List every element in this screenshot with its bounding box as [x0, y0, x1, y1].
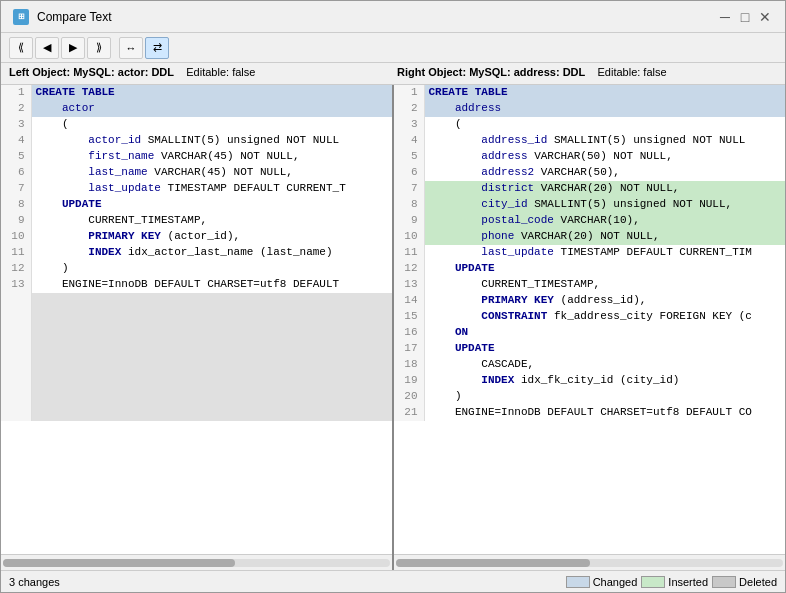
info-bar: Left Object: MySQL: actor: DDL Editable:… — [1, 63, 785, 85]
line-number: 9 — [394, 213, 424, 229]
line-content: address_id SMALLINT(5) unsigned NOT NULL — [424, 133, 785, 149]
line-number: 3 — [394, 117, 424, 133]
line-number: 12 — [394, 261, 424, 277]
table-row — [1, 405, 392, 421]
line-content: ENGINE=InnoDB DEFAULT CHARSET=utf8 DEFAU… — [424, 405, 785, 421]
left-code-table: 1 CREATE TABLE 2 actor 3 ( 4 actor — [1, 85, 392, 421]
toolbar: ⟪ ◀ ▶ ⟫ ↔ ⇄ — [1, 33, 785, 63]
table-row: 9 CURRENT_TIMESTAMP, — [1, 213, 392, 229]
line-number: 10 — [1, 229, 31, 245]
next-button[interactable]: ▶ — [61, 37, 85, 59]
sync-button[interactable]: ⇄ — [145, 37, 169, 59]
table-row: 8 city_id SMALLINT(5) unsigned NOT NULL, — [394, 197, 785, 213]
line-number: 20 — [394, 389, 424, 405]
left-scrollbar-track[interactable] — [3, 559, 390, 567]
line-content: ) — [31, 261, 392, 277]
table-row: 4 actor_id SMALLINT(5) unsigned NOT NULL — [1, 133, 392, 149]
first-button[interactable]: ⟪ — [9, 37, 33, 59]
legend-inserted-label: Inserted — [668, 576, 708, 588]
line-number: 11 — [1, 245, 31, 261]
line-number: 8 — [1, 197, 31, 213]
changes-count: 3 changes — [9, 576, 60, 588]
legend-deleted-label: Deleted — [739, 576, 777, 588]
table-row: 7 last_update TIMESTAMP DEFAULT CURRENT_… — [1, 181, 392, 197]
line-number: 14 — [394, 293, 424, 309]
table-row: 6 last_name VARCHAR(45) NOT NULL, — [1, 165, 392, 181]
line-content: CURRENT_TIMESTAMP, — [31, 213, 392, 229]
right-object-name: MySQL: address: DDL — [469, 66, 585, 78]
table-row: 9 postal_code VARCHAR(10), — [394, 213, 785, 229]
legend-changed-label: Changed — [593, 576, 638, 588]
line-content: INDEX idx_fk_city_id (city_id) — [424, 373, 785, 389]
line-number: 7 — [1, 181, 31, 197]
legend: Changed Inserted Deleted — [566, 576, 777, 588]
table-row: 3 ( — [394, 117, 785, 133]
table-row: 1 CREATE TABLE — [1, 85, 392, 101]
table-row: 14 PRIMARY KEY (address_id), — [394, 293, 785, 309]
maximize-button[interactable]: □ — [737, 9, 753, 25]
line-content: actor — [31, 101, 392, 117]
legend-deleted-item: Deleted — [712, 576, 777, 588]
line-number: 10 — [394, 229, 424, 245]
main-window: ⊞ Compare Text ─ □ ✕ ⟪ ◀ ▶ ⟫ ↔ ⇄ Left Ob… — [0, 0, 786, 593]
legend-inserted-box — [641, 576, 665, 588]
table-row: 21 ENGINE=InnoDB DEFAULT CHARSET=utf8 DE… — [394, 405, 785, 421]
left-code-area[interactable]: 1 CREATE TABLE 2 actor 3 ( 4 actor — [1, 85, 392, 554]
line-number: 9 — [1, 213, 31, 229]
table-row: 13 CURRENT_TIMESTAMP, — [394, 277, 785, 293]
line-number: 6 — [394, 165, 424, 181]
table-row: 20 ) — [394, 389, 785, 405]
line-content: PRIMARY KEY (actor_id), — [31, 229, 392, 245]
line-number: 2 — [394, 101, 424, 117]
table-row: 2 address — [394, 101, 785, 117]
line-content: ) — [424, 389, 785, 405]
table-row: 12 UPDATE — [394, 261, 785, 277]
line-content: first_name VARCHAR(45) NOT NULL, — [31, 149, 392, 165]
line-number: 19 — [394, 373, 424, 389]
right-scrollbar-track[interactable] — [396, 559, 783, 567]
line-number: 18 — [394, 357, 424, 373]
legend-changed-item: Changed — [566, 576, 638, 588]
line-content: last_update TIMESTAMP DEFAULT CURRENT_TI… — [424, 245, 785, 261]
table-row: 2 actor — [1, 101, 392, 117]
line-content: district VARCHAR(20) NOT NULL, — [424, 181, 785, 197]
line-content: address2 VARCHAR(50), — [424, 165, 785, 181]
table-row: 6 address2 VARCHAR(50), — [394, 165, 785, 181]
table-row: 5 address VARCHAR(50) NOT NULL, — [394, 149, 785, 165]
line-number: 1 — [394, 85, 424, 101]
left-object-info: Left Object: MySQL: actor: DDL Editable:… — [9, 66, 389, 81]
swap-button[interactable]: ↔ — [119, 37, 143, 59]
line-content: INDEX idx_actor_last_name (last_name) — [31, 245, 392, 261]
left-scrollbar-thumb[interactable] — [3, 559, 235, 567]
table-row: 5 first_name VARCHAR(45) NOT NULL, — [1, 149, 392, 165]
line-content: UPDATE — [31, 197, 392, 213]
table-row: 3 ( — [1, 117, 392, 133]
table-row: 13 ENGINE=InnoDB DEFAULT CHARSET=utf8 DE… — [1, 277, 392, 293]
table-row: 11 INDEX idx_actor_last_name (last_name) — [1, 245, 392, 261]
prev-button[interactable]: ◀ — [35, 37, 59, 59]
line-number: 16 — [394, 325, 424, 341]
close-button[interactable]: ✕ — [757, 9, 773, 25]
legend-deleted-box — [712, 576, 736, 588]
line-content: ON — [424, 325, 785, 341]
line-content: city_id SMALLINT(5) unsigned NOT NULL, — [424, 197, 785, 213]
last-button[interactable]: ⟫ — [87, 37, 111, 59]
minimize-button[interactable]: ─ — [717, 9, 733, 25]
line-content: actor_id SMALLINT(5) unsigned NOT NULL — [31, 133, 392, 149]
line-content: CREATE TABLE — [424, 85, 785, 101]
left-scrollbar[interactable] — [1, 554, 392, 570]
table-row — [1, 341, 392, 357]
line-number: 3 — [1, 117, 31, 133]
line-number: 7 — [394, 181, 424, 197]
right-scrollbar[interactable] — [394, 554, 785, 570]
right-code-area[interactable]: 1 CREATE TABLE 2 address 3 ( 4 add — [394, 85, 785, 554]
line-content: CREATE TABLE — [31, 85, 392, 101]
line-number: 8 — [394, 197, 424, 213]
line-number: 13 — [1, 277, 31, 293]
table-row — [1, 373, 392, 389]
right-scrollbar-thumb[interactable] — [396, 559, 590, 567]
table-row: 7 district VARCHAR(20) NOT NULL, — [394, 181, 785, 197]
line-number: 17 — [394, 341, 424, 357]
line-number: 4 — [1, 133, 31, 149]
right-object-label: Right Object: — [397, 66, 466, 78]
